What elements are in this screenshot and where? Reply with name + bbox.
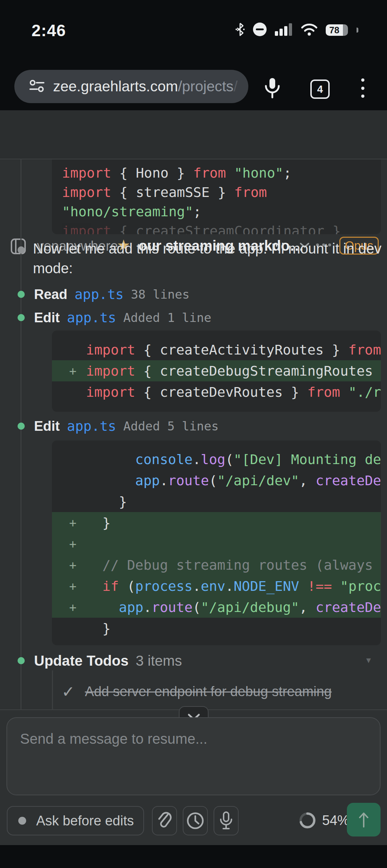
code-block-diff-1: import { createActivityRoutes } from+imp… (52, 331, 381, 412)
tool-bullet (18, 423, 25, 430)
clock-icon (186, 812, 204, 830)
context-indicator: 54% (298, 811, 349, 829)
tool-row-edit-2[interactable]: Edit app.ts Added 5 lines (34, 418, 219, 435)
code-line: + if (process.env.NODE_ENV !== "proc (52, 575, 381, 597)
attach-file-button[interactable] (152, 806, 177, 835)
wifi-icon (301, 23, 318, 38)
do-not-disturb-icon (253, 22, 267, 38)
tab-count: 4 (317, 83, 323, 95)
todo-text: Add server endpoint for debug streaming (85, 684, 332, 699)
message-line: mode: (33, 259, 387, 278)
code-line: import { Hono } from "hono"; (52, 163, 381, 183)
browser-menu-icon[interactable] (358, 78, 367, 98)
context-percent: 54% (322, 813, 349, 828)
cell-signal-icon (275, 23, 293, 37)
code-line: + (52, 533, 381, 554)
code-line: console.log("[Dev] Mounting de (52, 449, 381, 470)
todos-timeline (52, 670, 53, 709)
todos-collapse-caret-icon[interactable]: ▾ (366, 655, 371, 666)
tool-file: app.ts (67, 310, 116, 326)
voice-search-icon[interactable] (264, 77, 281, 101)
code-line: app.route("/api/dev", createDe (52, 470, 381, 491)
tool-meta: Added 5 lines (123, 419, 219, 433)
code-line: "hono/streaming"; (52, 202, 381, 221)
url-bar[interactable]: zee.graehlarts.com/projects/ (14, 70, 248, 103)
url-overflow: / (234, 78, 238, 95)
assistant-message: Now let me add this route to the app. I'… (33, 239, 387, 278)
clock-time: 2:46 (32, 21, 66, 40)
tool-meta: 38 lines (131, 287, 190, 302)
code-line: +import { createDebugStreamingRoutes (52, 360, 381, 381)
microphone-icon (219, 811, 233, 830)
context-ring-icon (298, 811, 316, 829)
diff-gutter: + (52, 579, 86, 593)
tool-row-read[interactable]: Read app.ts 38 lines (34, 286, 190, 303)
code-line: import { createActivityRoutes } from (52, 339, 381, 360)
message-line: Now let me add this route to the app. I'… (33, 239, 387, 259)
battery-percent: 78 (326, 24, 343, 36)
status-icons: 78 (235, 22, 358, 38)
battery-icon: 78 (326, 24, 348, 36)
message-input[interactable] (7, 718, 380, 795)
mode-dot-icon (18, 817, 26, 825)
tool-row-edit-1[interactable]: Edit app.ts Added 1 line (34, 309, 211, 326)
tool-file: app.ts (75, 286, 124, 302)
voice-input-button[interactable] (214, 806, 239, 835)
mode-label: Ask before edits (36, 813, 134, 829)
tool-action: Edit (34, 310, 60, 326)
todo-check-icon: ✓ (62, 683, 75, 701)
code-line: + } (52, 512, 381, 533)
diff-gutter: + (52, 558, 86, 572)
tool-action: Read (34, 287, 67, 302)
todos-header[interactable]: Update Todos 3 items (34, 652, 182, 669)
code-line: } (52, 491, 381, 512)
message-input-container (6, 717, 381, 795)
history-button[interactable] (183, 806, 208, 835)
todos-bullet (18, 657, 25, 664)
bluetooth-icon (235, 22, 245, 38)
diff-gutter: + (52, 600, 86, 614)
arrow-up-icon (358, 812, 369, 828)
code-line: } (52, 618, 381, 639)
diff-gutter: + (52, 364, 86, 378)
code-line: import { streamSSE } from (52, 183, 381, 202)
tool-action: Edit (34, 419, 60, 434)
thread-timeline (20, 159, 22, 709)
tab-switcher-button[interactable]: 4 (310, 79, 330, 99)
tool-file: app.ts (67, 418, 116, 434)
url-host: zee.graehlarts.com (53, 78, 178, 95)
todos-title: Update Todos (34, 653, 129, 669)
todo-item: ✓ Add server endpoint for debug streamin… (62, 683, 332, 700)
paperclip-icon (157, 812, 172, 830)
app-header: yepanywhere ★ our streaming markdo… Opus (0, 110, 387, 159)
gesture-area (0, 845, 387, 868)
permission-mode-button[interactable]: Ask before edits (7, 806, 144, 835)
tool-meta: Added 1 line (123, 310, 211, 325)
url-path: /projects (178, 78, 234, 95)
tool-bullet (18, 314, 25, 321)
send-button[interactable] (347, 803, 381, 836)
code-line: import { createDevRoutes } from "./r (52, 381, 381, 402)
code-line: import { createStreamCoordinator } (52, 221, 381, 234)
todos-count: 3 items (136, 653, 182, 669)
browser-chrome: 2:46 78 zee.graehlarts.com/project (0, 0, 387, 110)
tool-bullet (18, 291, 25, 298)
code-block-imports: import { Hono } from "hono";import { str… (52, 160, 381, 234)
diff-gutter: + (52, 537, 86, 551)
battery-nub-icon (357, 28, 358, 33)
code-line: + // Debug streaming routes (always (52, 554, 381, 575)
message-bullet (18, 246, 25, 254)
site-settings-icon[interactable] (29, 79, 44, 95)
code-line: + app.route("/api/debug", createDe (52, 597, 381, 618)
phone-screen: 2:46 78 zee.graehlarts.com/project (0, 0, 387, 868)
url-text[interactable]: zee.graehlarts.com/projects/ (53, 78, 238, 95)
code-block-diff-2: console.log("[Dev] Mounting de app.route… (52, 440, 381, 645)
diff-gutter: + (52, 516, 86, 530)
